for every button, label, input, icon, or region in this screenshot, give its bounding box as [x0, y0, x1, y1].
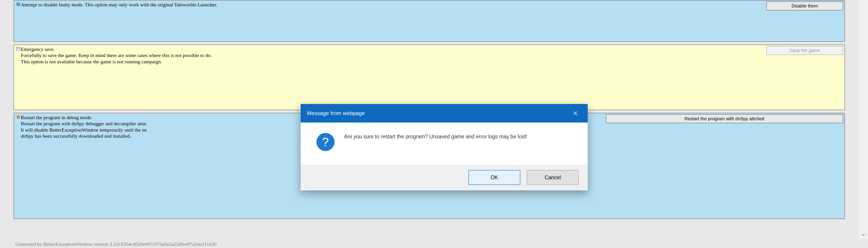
dialog-title-text: Message from webpage [307, 110, 365, 117]
save-icon [16, 47, 20, 51]
footer-generated-by: Generated by BetterExceptionWindow versi… [16, 241, 217, 247]
svg-point-3 [17, 116, 20, 119]
svg-rect-0 [17, 3, 20, 6]
vertical-scrollbar[interactable] [859, 0, 868, 240]
dialog-button-row: OK Cancel [301, 164, 588, 190]
question-icon: ? [316, 133, 335, 151]
confirm-dialog: Message from webpage ? Are you sure to r… [301, 104, 588, 190]
dialog-titlebar[interactable]: Message from webpage [301, 104, 588, 123]
panel-disable-mods: Attempt to disable faulty mods. This opt… [13, 0, 845, 42]
panel-save-line1: Forcefully to save the game. Keep in min… [21, 52, 842, 59]
bug-icon [16, 115, 20, 119]
panel-save-title: Emergency save. [21, 46, 55, 52]
panel-emergency-save: Emergency save. Forcefully to save the g… [13, 44, 845, 110]
panel-disable-title: Attempt to disable faulty mods. This opt… [21, 2, 217, 7]
panel-save-body: Forcefully to save the game. Keep in min… [21, 52, 842, 65]
dialog-ok-button[interactable]: OK [468, 170, 520, 185]
close-icon [573, 111, 578, 116]
scrollbar-down-button[interactable] [859, 230, 868, 240]
restart-dnspy-button[interactable]: Restart the program with dnSpy attched [606, 114, 843, 123]
dialog-cancel-button[interactable]: Cancel [527, 170, 579, 185]
dialog-message: Are you sure to restart the program? Uns… [344, 133, 527, 141]
panel-debug-title: Restart the program in debug mode. [21, 115, 92, 120]
disable-them-button[interactable]: Disable them [766, 1, 843, 10]
dialog-close-button[interactable] [563, 104, 588, 123]
save-game-button: Save the game [766, 46, 843, 55]
shield-icon [16, 2, 20, 6]
panel-debug-line1a: Restart the program with dnSpy debugger … [21, 121, 147, 126]
panel-save-line2: This option is not available because the… [21, 59, 842, 65]
viewport: Attempt to disable faulty mods. This opt… [0, 0, 868, 248]
svg-rect-2 [18, 49, 20, 51]
dialog-body: ? Are you sure to restart the program? U… [301, 123, 588, 164]
